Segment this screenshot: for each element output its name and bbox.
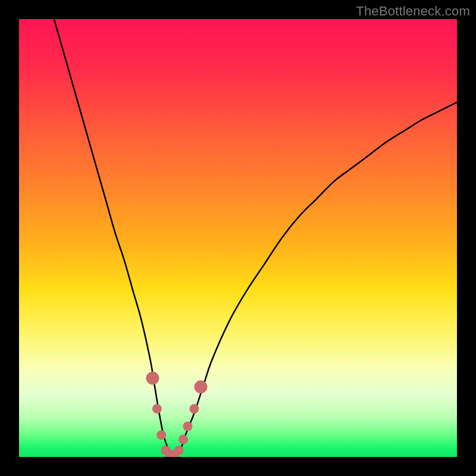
chart-container: TheBottleneck.com: [0, 0, 476, 476]
marker-group: [146, 372, 207, 457]
bottleneck-curve: [54, 19, 457, 456]
marker-dot: [156, 430, 166, 440]
marker-dot: [174, 446, 184, 455]
marker-dot: [183, 421, 192, 431]
marker-dot: [146, 372, 159, 385]
watermark-text: TheBottleneck.com: [356, 4, 470, 19]
marker-dot: [194, 380, 207, 393]
curve-layer: [19, 19, 457, 457]
marker-dot: [178, 435, 188, 444]
marker-dot: [189, 404, 199, 414]
marker-dot: [152, 404, 162, 414]
plot-area: [19, 19, 457, 457]
